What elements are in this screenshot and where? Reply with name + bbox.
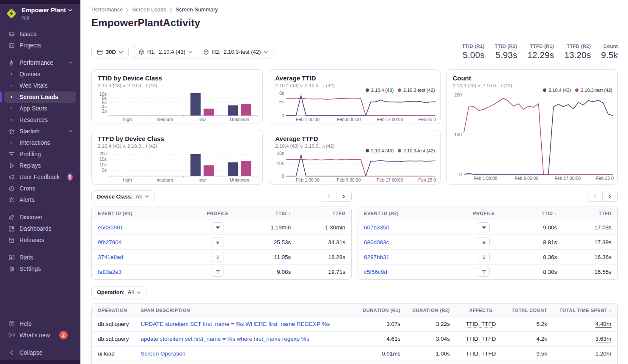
column-header-ttfd[interactable]: TTFD <box>297 207 351 220</box>
legend-label: 2.10.3-test (42) <box>403 88 435 93</box>
event-id-link[interactable]: 607b3350 <box>364 224 389 231</box>
release-r1-button[interactable]: R1: 2.10.4 (43) <box>133 46 198 58</box>
sidebar-item-dashboards[interactable]: Dashboards <box>4 223 76 234</box>
chevron-down-icon <box>188 51 193 53</box>
sidebar-item-settings[interactable]: Settings <box>4 263 76 275</box>
prev-page-button[interactable] <box>587 191 603 202</box>
affects-value[interactable]: TTID, TTFD <box>465 350 496 357</box>
total-time-link[interactable]: 1.20hr <box>595 350 611 357</box>
sidebar-item-profiling[interactable]: Profiling <box>4 149 76 160</box>
event-id-link[interactable]: e5085901 <box>98 224 123 231</box>
svg-text:0: 0 <box>281 174 284 179</box>
series2-dot <box>398 149 401 152</box>
sidebar-item-whats-new[interactable]: What's new 2 <box>4 329 76 341</box>
sidebar-item-starfish[interactable]: Starfish <box>4 126 76 137</box>
chevron-down-icon <box>145 195 149 198</box>
telescope-icon <box>8 214 15 221</box>
event-id-link[interactable]: 3741e8ad <box>98 254 123 260</box>
legend-item-r2[interactable]: 2.10.3-test (42) <box>398 148 435 153</box>
event-id-link[interactable]: 6297bb31 <box>364 254 389 260</box>
legend-item-r2[interactable]: 2.10.3-test (42) <box>398 88 435 93</box>
column-header-duration-r2: DURATION (R2) <box>406 304 456 317</box>
clock-icon <box>8 185 15 192</box>
total-time-link[interactable]: 4.48hr <box>595 321 611 328</box>
duration-r1-value: 0.01ms <box>357 346 406 361</box>
sidebar-item-user-feedback[interactable]: User Feedback B <box>4 171 76 183</box>
breadcrumb-performance[interactable]: Performance <box>91 6 123 13</box>
event-id-link[interactable]: 9fb2790d <box>98 239 121 245</box>
sidebar-item-replays[interactable]: Replays <box>4 160 76 171</box>
sidebar-item-stats[interactable]: Stats <box>4 252 76 263</box>
svg-text:Feb 17 00:00: Feb 17 00:00 <box>377 117 403 122</box>
duration-r1-value: 3.07s <box>357 317 406 331</box>
svg-text:5s: 5s <box>279 99 284 104</box>
legend-item-r2[interactable]: 2.10.3-test (42) <box>575 88 612 93</box>
profile-button[interactable] <box>478 252 490 262</box>
sidebar-item-issues[interactable]: Issues <box>4 28 76 40</box>
profile-button[interactable] <box>212 237 223 247</box>
sidebar-item-projects[interactable]: Projects <box>4 40 76 51</box>
sidebar-item-crons[interactable]: Crons <box>4 183 76 194</box>
profile-button[interactable] <box>212 252 223 262</box>
event-id-link[interactable]: 686d083c <box>364 239 389 245</box>
org-subtitle: Nar <box>22 15 30 21</box>
svg-text:200: 200 <box>454 92 462 97</box>
span-description-link[interactable]: UPDATE storeitem SET first_name = %s WHE… <box>141 321 330 327</box>
prev-page-button[interactable] <box>321 191 336 202</box>
gear-icon <box>8 266 15 272</box>
sidebar-item-alerts[interactable]: Alerts <box>4 194 76 206</box>
sidebar-item-discover[interactable]: Discover <box>4 212 76 223</box>
sidebar-item-screen-loads[interactable]: Screen Loads <box>4 91 76 103</box>
total-time-link[interactable]: 3.63hr <box>595 336 611 342</box>
svg-text:Feb 1 00:00: Feb 1 00:00 <box>296 117 320 122</box>
affects-value[interactable]: TTID, TTFD <box>465 321 496 328</box>
legend-item-r1[interactable]: 2.10.4 (43) <box>366 148 394 153</box>
sidebar-item-help[interactable]: Help <box>4 318 76 329</box>
operation-filter-button[interactable]: Operation: All <box>91 287 146 298</box>
sidebar-item-web-vitals[interactable]: Web Vitals <box>4 80 76 91</box>
column-header-ttid-sorted[interactable]: TTID ↓ <box>245 207 297 220</box>
sidebar-collapse-button[interactable]: Collapse <box>4 347 76 358</box>
count-plot[interactable]: 0100200Feb 1 00:00Feb 9 00:00Feb 17 00:0… <box>451 89 614 181</box>
profile-button[interactable] <box>478 237 490 247</box>
svg-text:5s: 5s <box>102 168 107 173</box>
svg-text:100: 100 <box>454 132 462 137</box>
bullet-icon <box>8 142 15 143</box>
sidebar-item-performance[interactable]: Performance <box>4 57 76 69</box>
profile-button[interactable] <box>212 267 223 277</box>
affects-value[interactable]: TTID, TTFD <box>465 336 496 342</box>
table-row: 607b3350 9.00s 17.03s <box>358 220 617 235</box>
org-switcher[interactable]: Empower Plant Nar <box>0 0 80 22</box>
profile-button[interactable] <box>212 222 223 232</box>
sidebar-item-queries[interactable]: Queries <box>4 69 76 80</box>
next-page-button[interactable] <box>336 191 352 202</box>
avg-ttfd-plot[interactable]: 010s18sFeb 1 00:00Feb 9 00:00Feb 17 00:0… <box>273 150 436 182</box>
span-description-link[interactable]: update storeitem set first_name = %s whe… <box>141 336 309 342</box>
event-id-link[interactable]: fa83a2e3 <box>98 269 121 275</box>
legend-item-r1[interactable]: 2.10.4 (43) <box>543 88 571 93</box>
device-class-filter-button[interactable]: Device Class: All <box>91 190 154 202</box>
column-header-ttfd[interactable]: TTFD <box>563 207 617 220</box>
issues-icon <box>8 31 15 37</box>
sidebar-item-resources[interactable]: Resources <box>4 114 76 126</box>
legend-item-r1[interactable]: 2.10.4 (43) <box>366 88 394 93</box>
event-id-link[interactable]: c5f56c0d <box>364 269 387 275</box>
profile-button[interactable] <box>478 222 490 232</box>
ttid-device-plot[interactable]: 2s4s6s8s10shighmediumlowUnknown <box>96 89 259 122</box>
span-description-link[interactable]: Screen Operation <box>141 350 186 357</box>
column-header-ttid-sorted[interactable]: TTID ↓ <box>511 207 563 220</box>
avg-ttid-plot[interactable]: 05s8sFeb 1 00:00Feb 9 00:00Feb 17 00:00F… <box>273 89 436 122</box>
sidebar-item-releases[interactable]: Releases <box>4 234 76 246</box>
table-row: 9fb2790d 25.53s 34.31s <box>92 235 351 250</box>
date-range-button[interactable]: 30D <box>91 46 129 58</box>
column-header-total-time-sorted[interactable]: TOTAL TIME SPENT ↓ <box>553 304 617 317</box>
summary-metrics: TTID (R1)5.00s TTID (R2)5.93s TTFD (R1)1… <box>462 44 618 60</box>
breadcrumb-screen-loads[interactable]: Screen Loads <box>132 6 166 13</box>
sidebar-item-app-starts[interactable]: App Starts <box>4 103 76 114</box>
series1-dot <box>366 149 369 152</box>
next-page-button[interactable] <box>602 191 618 202</box>
sidebar-item-interactions[interactable]: Interactions <box>4 137 76 149</box>
ttfd-device-plot[interactable]: 5s10s15s20shighmediumlowUnknown <box>96 150 259 182</box>
release-r2-button[interactable]: R2: 2.10.3-test (42) <box>198 46 273 58</box>
profile-button[interactable] <box>478 267 490 277</box>
